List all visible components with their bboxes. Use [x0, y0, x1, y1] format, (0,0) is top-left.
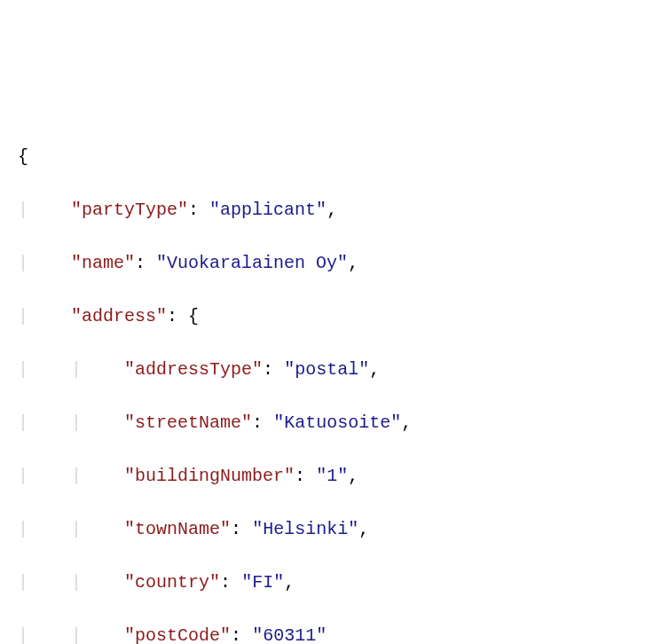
json-key: "buildingNumber"	[124, 466, 295, 486]
json-string: "applicant"	[209, 200, 327, 220]
code-line: | | "townName": "Helsinki",	[7, 516, 662, 543]
json-string: "1"	[316, 466, 348, 486]
code-line: | "partyType": "applicant",	[7, 197, 662, 224]
json-string: "postal"	[284, 359, 369, 380]
json-key: "postCode"	[124, 625, 231, 644]
json-key: "addressType"	[124, 359, 263, 380]
code-line: | | "postCode": "60311"	[7, 623, 662, 644]
open-brace: {	[188, 306, 199, 326]
json-key: "name"	[71, 253, 135, 273]
json-key: "country"	[124, 572, 220, 593]
json-key: "townName"	[124, 519, 231, 539]
code-line: | "address": {	[7, 303, 662, 330]
code-line: | | "country": "FI",	[7, 569, 662, 596]
json-code-block: { | "partyType": "applicant", | "name": …	[7, 117, 662, 644]
json-key: "address"	[71, 306, 167, 326]
code-line: | | "buildingNumber": "1",	[7, 463, 662, 490]
json-string: "Katuosoite"	[273, 412, 401, 433]
json-string: "FI"	[241, 572, 284, 593]
code-line: | | "addressType": "postal",	[7, 357, 662, 383]
json-key: "partyType"	[71, 200, 188, 220]
json-key: "streetName"	[124, 412, 252, 433]
open-brace: {	[18, 146, 28, 167]
code-line: | "name": "Vuokaralainen Oy",	[7, 250, 662, 277]
code-line: {	[7, 144, 662, 170]
json-string: "60311"	[252, 625, 327, 644]
json-string: "Helsinki"	[252, 519, 358, 539]
code-line: | | "streetName": "Katuosoite",	[7, 410, 662, 436]
json-string: "Vuokaralainen Oy"	[156, 253, 348, 273]
